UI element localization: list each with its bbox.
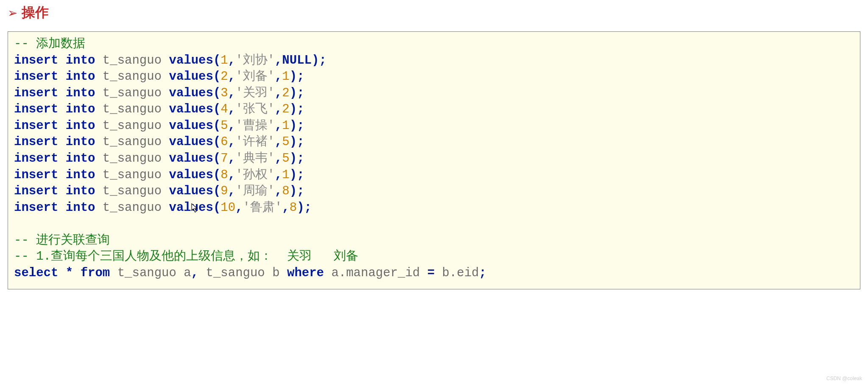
code-block: -- 添加数据 insert into t_sanguo values(1,'刘… (8, 31, 860, 289)
heading-text: 操作 (22, 3, 49, 22)
mouse-cursor-icon (191, 203, 199, 213)
comment-line: -- 1.查询每个三国人物及他的上级信息，如： 关羽 刘备 (14, 249, 358, 263)
heading-bullet-icon: ➢ (8, 6, 17, 20)
comment-line: -- 进行关联查询 (14, 233, 110, 247)
section-heading: ➢ 操作 (8, 3, 860, 22)
comment-line: -- 添加数据 (14, 37, 85, 51)
